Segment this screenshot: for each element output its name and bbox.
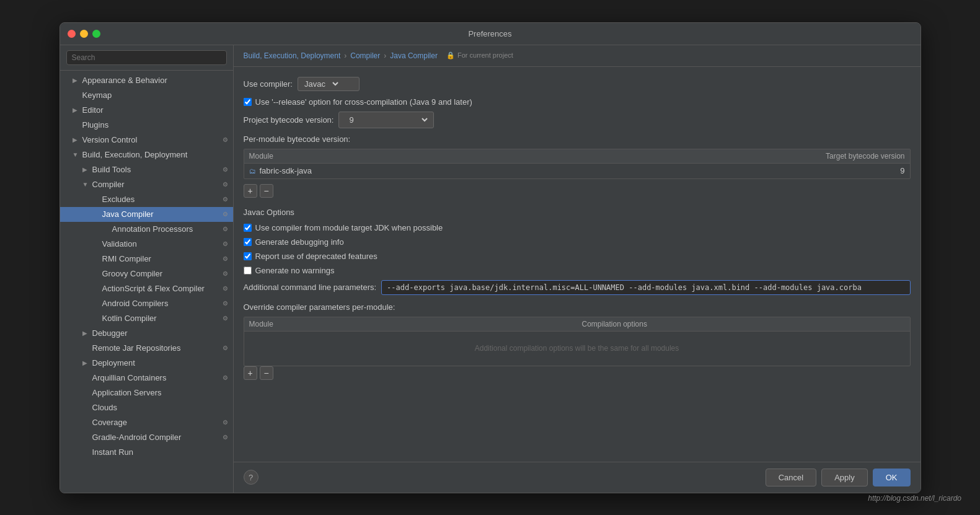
option-row-3: Generate no warnings — [244, 266, 911, 275]
sidebar-item-groovy[interactable]: Groovy Compiler ⚙ — [60, 266, 233, 281]
search-box — [60, 45, 233, 71]
arrow-icon: ▼ — [73, 151, 82, 158]
sidebar-item-compiler[interactable]: ▼ Compiler ⚙ — [60, 177, 233, 192]
option-label-3: Generate no warnings — [255, 266, 335, 275]
cmd-params-input[interactable] — [381, 280, 910, 295]
override-section: Override compiler parameters per-module:… — [244, 302, 911, 380]
override-table: Module Compilation options Additional co… — [244, 317, 911, 366]
add-module-button[interactable]: + — [244, 184, 257, 198]
main-panel: Build, Execution, Deployment › Compiler … — [234, 45, 920, 493]
ok-button[interactable]: OK — [873, 469, 911, 486]
content-area: Use compiler: Javac Eclipse Ajc Use '--r… — [234, 67, 920, 462]
remove-module-button[interactable]: − — [260, 184, 273, 198]
settings-badge: ⚙ — [223, 226, 228, 232]
arrow-icon: ▶ — [82, 166, 92, 173]
sidebar-item-validation[interactable]: Validation ⚙ — [60, 237, 233, 252]
option-checkbox-0[interactable] — [244, 224, 252, 232]
bytecode-select-wrapper[interactable]: 9 8 7 6 5 — [338, 112, 434, 128]
help-button[interactable]: ? — [244, 470, 258, 485]
sidebar-item-editor[interactable]: ▶ Editor — [60, 103, 233, 118]
per-module-table: Module Target bytecode version 🗂 fabric-… — [244, 149, 911, 179]
sidebar-item-label: Deployment — [92, 358, 228, 368]
arrow-icon: ▶ — [82, 330, 92, 337]
add-override-button[interactable]: + — [244, 366, 257, 380]
main-content: ▶ Appearance & Behavior Keymap ▶ Editor … — [60, 45, 920, 493]
sidebar-item-remote-jar[interactable]: Remote Jar Repositories ⚙ — [60, 341, 233, 356]
cmd-params-label: Additional command line parameters: — [244, 283, 377, 292]
arrow-icon: ▼ — [82, 181, 92, 188]
sidebar-item-clouds[interactable]: Clouds — [60, 400, 233, 415]
watermark: http://blog.csdn.net/l_ricardo — [868, 494, 961, 503]
settings-badge: ⚙ — [223, 285, 228, 292]
settings-badge: ⚙ — [223, 255, 228, 262]
sidebar-item-label: Editor — [82, 105, 228, 115]
settings-badge: ⚙ — [223, 315, 228, 322]
sidebar: ▶ Appearance & Behavior Keymap ▶ Editor … — [60, 45, 234, 493]
sidebar-item-label: Validation — [102, 239, 220, 249]
sidebar-item-actionscript[interactable]: ActionScript & Flex Compiler ⚙ — [60, 281, 233, 296]
compiler-select-wrapper[interactable]: Javac Eclipse Ajc — [298, 77, 360, 91]
sidebar-item-annotation[interactable]: Annotation Processors ⚙ — [60, 222, 233, 237]
sidebar-item-label: Keymap — [82, 90, 228, 100]
breadcrumb-part-2[interactable]: Compiler — [350, 51, 380, 60]
sidebar-item-label: Version Control — [82, 135, 220, 144]
table-header: Module Target bytecode version — [244, 149, 910, 164]
apply-button[interactable]: Apply — [821, 469, 868, 486]
maximize-button[interactable] — [92, 30, 100, 38]
close-button[interactable] — [68, 30, 76, 38]
settings-badge: ⚙ — [223, 196, 228, 203]
settings-badge: ⚙ — [223, 419, 228, 426]
option-checkbox-3[interactable] — [244, 266, 252, 275]
sidebar-item-rmi[interactable]: RMI Compiler ⚙ — [60, 252, 233, 266]
sidebar-item-app-servers[interactable]: Application Servers — [60, 385, 233, 400]
arrow-icon: ▶ — [73, 136, 82, 143]
sidebar-item-android-compilers[interactable]: Android Compilers ⚙ — [60, 296, 233, 311]
sidebar-item-arquillian[interactable]: Arquillian Containers ⚙ — [60, 371, 233, 385]
sidebar-item-gradle-android[interactable]: Gradle-Android Compiler ⚙ — [60, 430, 233, 445]
table-row: 🗂 fabric-sdk-java 9 — [244, 164, 910, 178]
settings-badge: ⚙ — [223, 166, 228, 173]
sidebar-item-build-tools[interactable]: ▶ Build Tools ⚙ — [60, 162, 233, 177]
compiler-row: Use compiler: Javac Eclipse Ajc — [244, 77, 911, 91]
option-checkbox-1[interactable] — [244, 238, 252, 246]
arrow-icon: ▶ — [73, 107, 82, 113]
sidebar-item-keymap[interactable]: Keymap — [60, 88, 233, 103]
bottom-bar: ? Cancel Apply OK — [234, 462, 920, 493]
cross-compile-checkbox[interactable] — [244, 98, 252, 106]
cancel-button[interactable]: Cancel — [766, 469, 816, 486]
sidebar-item-debugger[interactable]: ▶ Debugger — [60, 326, 233, 341]
sidebar-item-label: Android Compilers — [102, 299, 220, 308]
remove-override-button[interactable]: − — [260, 366, 273, 380]
sidebar-item-label: Annotation Processors — [112, 224, 220, 234]
override-table-header: Module Compilation options — [244, 317, 910, 332]
breadcrumb-separator: › — [384, 51, 386, 60]
sidebar-item-instant-run[interactable]: Instant Run — [60, 445, 233, 460]
per-module-label: Per-module bytecode version: — [244, 134, 911, 144]
sidebar-item-deployment[interactable]: ▶ Deployment — [60, 356, 233, 371]
sidebar-item-excludes[interactable]: Excludes ⚙ — [60, 192, 233, 207]
sidebar-item-coverage[interactable]: Coverage ⚙ — [60, 415, 233, 430]
option-label-1: Generate debugging info — [255, 237, 344, 247]
sidebar-item-plugins[interactable]: Plugins — [60, 118, 233, 133]
minimize-button[interactable] — [80, 30, 88, 38]
option-checkbox-2[interactable] — [244, 252, 252, 260]
bytecode-select[interactable]: 9 8 7 6 5 — [343, 113, 430, 126]
window-title: Preferences — [468, 29, 511, 38]
sidebar-tree: ▶ Appearance & Behavior Keymap ▶ Editor … — [60, 71, 233, 493]
settings-badge: ⚙ — [223, 136, 228, 143]
sidebar-item-label: Instant Run — [92, 447, 228, 457]
compiler-select[interactable]: Javac Eclipse Ajc — [302, 79, 340, 89]
breadcrumb-part-1[interactable]: Build, Execution, Deployment — [244, 51, 341, 60]
override-table-actions: + − — [244, 366, 911, 380]
sidebar-item-kotlin[interactable]: Kotlin Compiler ⚙ — [60, 311, 233, 326]
javac-options-title: Javac Options — [244, 208, 911, 217]
sidebar-item-label: Debugger — [92, 328, 228, 338]
search-input[interactable] — [66, 50, 227, 65]
sidebar-item-version-control[interactable]: ▶ Version Control ⚙ — [60, 133, 233, 147]
sidebar-item-java-compiler[interactable]: Java Compiler ⚙ — [60, 207, 233, 222]
version-cell: 9 — [781, 166, 905, 175]
sidebar-item-label: Plugins — [82, 120, 228, 130]
breadcrumb-part-3[interactable]: Java Compiler — [390, 51, 438, 60]
sidebar-item-build-exec[interactable]: ▼ Build, Execution, Deployment — [60, 147, 233, 162]
sidebar-item-appearance[interactable]: ▶ Appearance & Behavior — [60, 73, 233, 88]
